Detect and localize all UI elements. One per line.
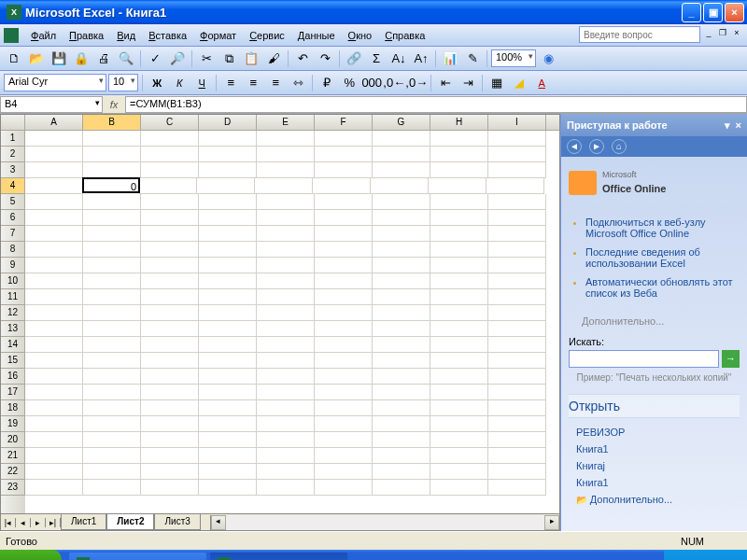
- cell-E15[interactable]: [257, 353, 315, 369]
- undo-button[interactable]: ↶: [292, 49, 313, 69]
- italic-button[interactable]: К: [169, 73, 190, 93]
- taskpane-close-icon[interactable]: ×: [736, 119, 741, 131]
- preview-button[interactable]: 🔍: [116, 49, 136, 69]
- cell-I10[interactable]: [488, 273, 546, 289]
- cell-B6[interactable]: [83, 210, 141, 226]
- cell-F12[interactable]: [315, 305, 373, 321]
- cell-F11[interactable]: [315, 289, 373, 305]
- cell-G18[interactable]: [373, 400, 430, 416]
- row-header-22[interactable]: 22: [1, 464, 25, 480]
- cell-E14[interactable]: [257, 337, 315, 353]
- cell-I23[interactable]: [488, 480, 546, 496]
- decrease-indent-button[interactable]: ⇤: [435, 73, 456, 93]
- cell-B16[interactable]: [83, 369, 141, 385]
- sheet-tab-Лист1[interactable]: Лист1: [61, 514, 106, 530]
- cell-I8[interactable]: [488, 242, 546, 258]
- decrease-decimal-button[interactable]: ,0→: [406, 73, 427, 93]
- recent-file-link[interactable]: Книга1: [576, 441, 732, 457]
- cell-E10[interactable]: [257, 273, 315, 289]
- cell-B15[interactable]: [83, 353, 141, 369]
- row-header-6[interactable]: 6: [1, 210, 25, 226]
- font-combo[interactable]: Arial Cyr: [4, 74, 106, 91]
- row-header-17[interactable]: 17: [1, 385, 25, 400]
- cell-H9[interactable]: [430, 258, 488, 273]
- row-header-3[interactable]: 3: [1, 162, 25, 178]
- menu-Правка[interactable]: Правка: [63, 27, 110, 44]
- row-header-10[interactable]: 10: [1, 273, 25, 289]
- row-header-23[interactable]: 23: [1, 480, 25, 496]
- cell-F3[interactable]: [315, 162, 373, 178]
- taskbar-item[interactable]: Microsoft Excel - Кни...: [210, 553, 347, 560]
- cell-H5[interactable]: [430, 194, 488, 210]
- cell-D1[interactable]: [199, 131, 257, 147]
- cell-H10[interactable]: [430, 273, 488, 289]
- align-center-button[interactable]: ≡: [243, 73, 263, 93]
- cell-H6[interactable]: [430, 210, 488, 226]
- row-header-19[interactable]: 19: [1, 416, 25, 432]
- cell-C8[interactable]: [141, 242, 199, 258]
- cell-A13[interactable]: [25, 321, 83, 337]
- cell-E9[interactable]: [257, 258, 315, 273]
- cell-D7[interactable]: [199, 226, 257, 242]
- col-header-I[interactable]: I: [488, 115, 546, 130]
- row-header-2[interactable]: 2: [1, 147, 25, 162]
- minimize-button[interactable]: _: [682, 3, 701, 22]
- percent-button[interactable]: %: [339, 73, 359, 93]
- cell-H19[interactable]: [430, 416, 488, 432]
- cell-G13[interactable]: [373, 321, 430, 337]
- cell-H4[interactable]: [429, 178, 486, 194]
- cell-F17[interactable]: [315, 385, 373, 400]
- cell-E16[interactable]: [257, 369, 315, 385]
- cell-B10[interactable]: [83, 273, 141, 289]
- cell-D21[interactable]: [199, 448, 257, 464]
- row-header-1[interactable]: 1: [1, 131, 25, 147]
- cell-G19[interactable]: [373, 416, 430, 432]
- tab-prev-button[interactable]: ◂: [16, 518, 31, 527]
- cell-I22[interactable]: [488, 464, 546, 480]
- cell-G7[interactable]: [373, 226, 430, 242]
- cell-I2[interactable]: [488, 147, 546, 162]
- open-button[interactable]: 📂: [26, 49, 47, 69]
- increase-indent-button[interactable]: ⇥: [458, 73, 478, 93]
- cell-A11[interactable]: [25, 289, 83, 305]
- menu-Вид[interactable]: Вид: [110, 27, 142, 44]
- cell-G16[interactable]: [373, 369, 430, 385]
- cell-A19[interactable]: [25, 416, 83, 432]
- cell-B3[interactable]: [83, 162, 141, 178]
- cell-F13[interactable]: [315, 321, 373, 337]
- redo-button[interactable]: ↷: [315, 49, 335, 69]
- cell-H18[interactable]: [430, 400, 488, 416]
- taskpane-home-icon[interactable]: ⌂: [612, 139, 627, 154]
- tab-last-button[interactable]: ▸|: [46, 518, 61, 527]
- cell-H2[interactable]: [430, 147, 488, 162]
- row-header-20[interactable]: 20: [1, 432, 25, 448]
- cell-D4[interactable]: [197, 178, 255, 194]
- cell-A3[interactable]: [25, 162, 83, 178]
- mdi-restore[interactable]: ❐: [716, 28, 729, 39]
- cell-A16[interactable]: [25, 369, 83, 385]
- cell-C1[interactable]: [141, 131, 199, 147]
- sort-desc-button[interactable]: A↑: [411, 49, 431, 69]
- cell-G6[interactable]: [373, 210, 430, 226]
- recent-file-link[interactable]: Книга1: [576, 474, 732, 491]
- cell-D17[interactable]: [199, 385, 257, 400]
- cell-C10[interactable]: [141, 273, 199, 289]
- cell-B23[interactable]: [83, 480, 141, 496]
- chart-wizard-button[interactable]: 📊: [440, 49, 460, 69]
- cell-G10[interactable]: [373, 273, 430, 289]
- cell-D5[interactable]: [199, 194, 257, 210]
- cell-A15[interactable]: [25, 353, 83, 369]
- maximize-button[interactable]: ▣: [703, 3, 723, 22]
- cell-F20[interactable]: [315, 432, 373, 448]
- cell-F16[interactable]: [315, 369, 373, 385]
- cell-F15[interactable]: [315, 353, 373, 369]
- cell-E11[interactable]: [257, 289, 315, 305]
- hyperlink-button[interactable]: 🔗: [344, 49, 364, 69]
- row-header-7[interactable]: 7: [1, 226, 25, 242]
- cell-B17[interactable]: [83, 385, 141, 400]
- cell-B21[interactable]: [83, 448, 141, 464]
- row-header-12[interactable]: 12: [1, 305, 25, 321]
- cell-B7[interactable]: [83, 226, 141, 242]
- cell-H13[interactable]: [430, 321, 488, 337]
- cell-I18[interactable]: [488, 400, 546, 416]
